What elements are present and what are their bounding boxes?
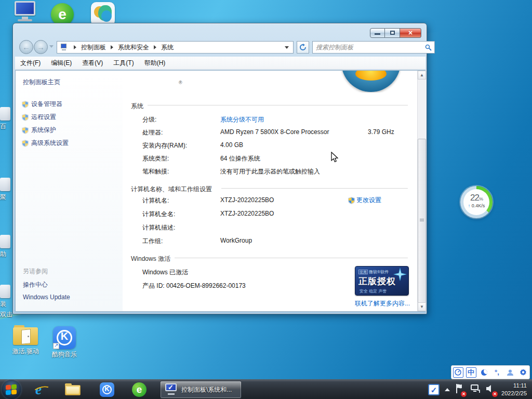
tray-security-check-icon[interactable]: ✓ bbox=[428, 384, 440, 395]
sidebar-item-windows-update[interactable]: Windows Update bbox=[23, 294, 70, 301]
computer-icon bbox=[12, 1, 37, 22]
ime-chinese-mode-icon[interactable]: 中 bbox=[466, 367, 476, 378]
main-content: ® 系统 分级: 系统分级不可用 处理器: AMD Ryzen 7 5800X … bbox=[123, 71, 417, 311]
ram-value: 4.00 GB bbox=[220, 141, 243, 149]
partial-icon-label: 助 bbox=[0, 250, 12, 259]
change-settings-link[interactable]: 更改设置 bbox=[348, 196, 381, 205]
ime-fullwidth-moon-icon[interactable] bbox=[479, 367, 489, 378]
system-properties-window: ✕ ← → 控制面板 系统和安全 系统 bbox=[12, 23, 427, 314]
address-dropdown-icon[interactable] bbox=[285, 46, 289, 49]
section-rule bbox=[148, 105, 408, 105]
breadcrumb-separator-icon bbox=[154, 45, 156, 49]
processor-speed: 3.79 GHz bbox=[368, 128, 394, 136]
workgroup-label: 工作组: bbox=[142, 237, 163, 246]
kugou-icon: K bbox=[100, 382, 114, 397]
tray-show-hidden-icons-button[interactable] bbox=[445, 388, 450, 391]
refresh-button[interactable] bbox=[297, 41, 309, 54]
tray-action-center-flag-icon[interactable]: ✕ bbox=[455, 383, 464, 396]
taskbar-active-task-control-panel[interactable]: ✓ 控制面板\系统和... bbox=[160, 381, 242, 398]
search-box[interactable] bbox=[312, 41, 435, 54]
desktop-icon-label: 酷狗音乐 bbox=[48, 350, 81, 359]
menu-view[interactable]: 查看(V) bbox=[77, 59, 108, 68]
ime-user-icon[interactable] bbox=[505, 367, 515, 378]
desktop-icon-partial-1[interactable]: 百 bbox=[0, 107, 12, 131]
breadcrumb-separator-icon bbox=[111, 45, 113, 49]
desktop-icon-kugou[interactable]: K 酷狗音乐 bbox=[48, 326, 81, 359]
back-button[interactable]: ← bbox=[19, 40, 33, 54]
menu-file[interactable]: 文件(F) bbox=[15, 59, 46, 68]
section-rule bbox=[174, 258, 408, 258]
sidebar-item-device-manager[interactable]: 设备管理器 bbox=[31, 100, 62, 109]
search-input[interactable] bbox=[316, 43, 420, 52]
desktop-icon-computer[interactable] bbox=[8, 1, 42, 22]
partial-icon bbox=[0, 107, 10, 121]
network-speed-ball[interactable]: 22% ↑ 0.4K/s bbox=[460, 186, 493, 218]
registered-trademark: ® bbox=[179, 80, 182, 85]
taskbar: e K e ✓ 控制面板\系统和... ✓ ✕ ✕ bbox=[0, 379, 532, 399]
forward-button[interactable]: → bbox=[34, 40, 48, 54]
scroll-up-button[interactable]: ▲ bbox=[418, 71, 426, 79]
menu-help[interactable]: 帮助(H) bbox=[139, 59, 171, 68]
breadcrumb-item-system[interactable]: 系统 bbox=[160, 43, 175, 52]
close-button[interactable]: ✕ bbox=[400, 28, 421, 38]
breadcrumb[interactable]: 控制面板 系统和安全 系统 bbox=[57, 41, 294, 54]
system-type-value: 64 位操作系统 bbox=[220, 154, 260, 163]
uac-shield-icon bbox=[22, 127, 29, 134]
uac-shield-icon bbox=[348, 197, 355, 204]
ram-label: 安装内存(RAM): bbox=[142, 141, 187, 150]
minimize-button[interactable] bbox=[370, 28, 385, 38]
partial-icon-label: 装 bbox=[0, 300, 12, 309]
desktop-icon-partial-3[interactable]: 助 bbox=[0, 235, 12, 259]
maximize-button[interactable] bbox=[385, 28, 400, 38]
sidebar-item-remote-settings[interactable]: 远程设置 bbox=[31, 113, 56, 122]
desktop-icon-partial-4[interactable]: 装 双击助 bbox=[0, 285, 12, 318]
uac-shield-icon bbox=[22, 114, 29, 121]
processor-value: AMD Ryzen 7 5800X 8-Core Processor bbox=[220, 128, 329, 136]
tray-clock[interactable]: 11:11 2022/2/25 bbox=[501, 382, 527, 397]
full-computer-name-label: 计算机全名: bbox=[142, 210, 175, 219]
scroll-down-button[interactable]: ▼ bbox=[418, 302, 426, 311]
partial-icon bbox=[0, 178, 10, 191]
partial-icon-label: 百 bbox=[0, 122, 12, 131]
breadcrumb-separator-icon bbox=[74, 45, 76, 49]
partial-icon-label: 双击助 bbox=[0, 310, 12, 318]
sidebar-item-control-panel-home[interactable]: 控制面板主页 bbox=[23, 78, 60, 87]
ime-settings-gear-icon[interactable] bbox=[518, 367, 528, 378]
taskbar-360-browser-button[interactable]: e bbox=[131, 381, 148, 398]
ime-punctuation-icon[interactable]: °, bbox=[492, 367, 502, 378]
kugou-icon: K bbox=[53, 326, 76, 349]
breadcrumb-item-system-security[interactable]: 系统和安全 bbox=[117, 43, 150, 52]
taskbar-ie-button[interactable]: e bbox=[30, 381, 47, 398]
sidebar-item-action-center[interactable]: 操作中心 bbox=[23, 281, 48, 289]
scrollbar-thumb[interactable] bbox=[418, 139, 426, 305]
computer-name-label: 计算机名: bbox=[142, 196, 169, 205]
rating-unavailable-link[interactable]: 系统分级不可用 bbox=[220, 115, 264, 124]
workgroup-value: WorkGroup bbox=[220, 237, 252, 244]
menu-tools[interactable]: 工具(T) bbox=[108, 59, 139, 68]
tray-volume-muted-icon[interactable]: ✕ bbox=[485, 383, 496, 396]
start-button[interactable] bbox=[2, 380, 21, 399]
active-task-label: 控制面板\系统和... bbox=[181, 385, 232, 394]
uac-shield-icon bbox=[22, 140, 29, 147]
desktop-icon-partial-2[interactable]: 聚 bbox=[0, 178, 12, 202]
menu-edit[interactable]: 编辑(E) bbox=[46, 59, 77, 68]
sidebar: 控制面板主页 设备管理器 远程设置 系统保护 高级系统设置 另请参阅 操作中心 … bbox=[16, 71, 123, 311]
tray-network-icon[interactable] bbox=[470, 383, 480, 396]
ime-toolbar: 中 °, bbox=[451, 365, 530, 379]
up-arrow-icon: ↑ bbox=[468, 203, 471, 208]
vertical-scrollbar[interactable]: ▲ ▼ bbox=[417, 71, 426, 311]
learn-more-online-link[interactable]: 联机了解更多内容... bbox=[355, 299, 410, 308]
desktop-icon-activation-driver[interactable]: 激活,驱动 bbox=[7, 325, 44, 356]
sidebar-item-advanced-system-settings[interactable]: 高级系统设置 bbox=[31, 139, 69, 148]
menu-bar: 文件(F) 编辑(E) 查看(V) 工具(T) 帮助(H) bbox=[15, 57, 425, 70]
genuine-microsoft-badge[interactable]: 使用微软®软件 正版授权 安全 稳定 声誉 bbox=[355, 266, 409, 296]
recent-pages-chevron-icon[interactable] bbox=[49, 45, 54, 48]
taskbar-kugou-button[interactable]: K bbox=[99, 381, 115, 398]
taskbar-explorer-button[interactable] bbox=[64, 381, 81, 398]
folder-icon bbox=[65, 383, 81, 396]
partial-icon-label: 聚 bbox=[0, 193, 12, 202]
ime-speed-dial-icon[interactable] bbox=[453, 367, 463, 378]
breadcrumb-item-control-panel[interactable]: 控制面板 bbox=[80, 43, 107, 52]
navigation-bar: ← → 控制面板 系统和安全 系统 bbox=[13, 39, 427, 56]
sidebar-item-system-protection[interactable]: 系统保护 bbox=[31, 126, 56, 135]
